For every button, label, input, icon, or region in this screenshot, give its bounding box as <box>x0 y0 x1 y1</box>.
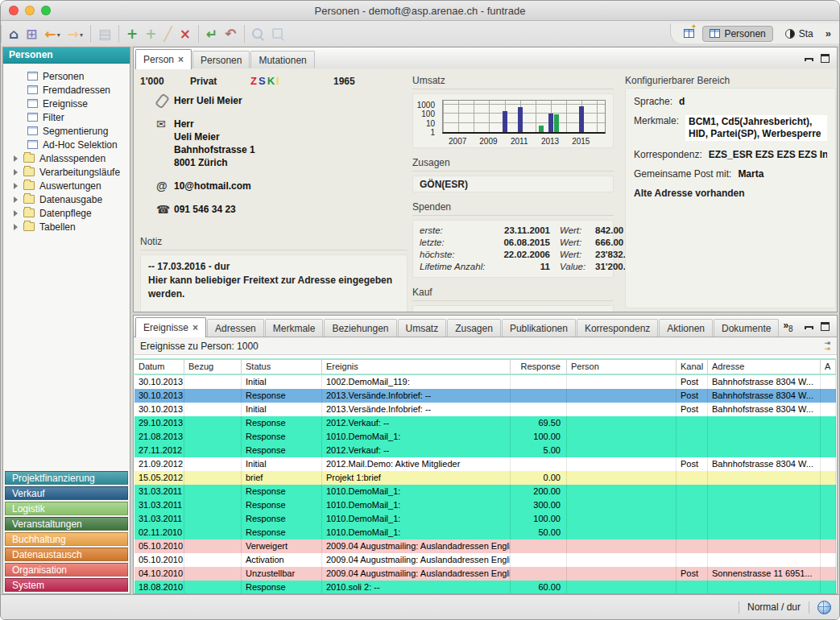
merkmale-value[interactable]: BCM1, Cd5(Jahresbericht), HID, Partei(SP… <box>685 115 827 141</box>
table-row[interactable]: 30.10.2013 Response 2013.Versände.Infobr… <box>134 389 836 403</box>
tree-item-view[interactable]: Filter <box>3 110 130 124</box>
table-row[interactable]: 31.03.2011 Response 1010.DemoMail_1: 200… <box>134 485 836 498</box>
events-tab[interactable]: Publikationen <box>502 319 576 337</box>
expand-caret-icon[interactable] <box>13 169 19 176</box>
paperclip-icon[interactable] <box>155 93 170 109</box>
maximize-view-icon[interactable] <box>821 54 830 63</box>
perspective-overflow-chevron[interactable]: » <box>826 27 831 39</box>
tab-person[interactable]: Person × <box>135 49 192 69</box>
column-header[interactable]: A <box>821 360 836 374</box>
editor-tab[interactable]: Mutationen <box>250 51 314 68</box>
events-tab[interactable]: Dokumente <box>714 319 779 337</box>
category-bar[interactable]: Projektfinanzierung <box>5 471 128 485</box>
open-perspective-icon[interactable]: ✦ <box>684 29 697 38</box>
perspective-start-button[interactable]: Sta <box>779 27 820 41</box>
minimize-view-icon[interactable] <box>805 58 813 61</box>
paste-icon[interactable]: ▤ <box>98 27 111 41</box>
envelope-icon[interactable]: ✉ <box>156 118 174 169</box>
column-header[interactable]: Ereignis <box>322 360 511 374</box>
tree-item-folder[interactable]: Datenpflege <box>3 206 130 220</box>
home-icon[interactable]: ⌂ <box>9 27 19 41</box>
expand-caret-icon[interactable] <box>13 183 19 189</box>
tab-ereignisse[interactable]: Ereignisse × <box>135 317 206 337</box>
tree-item-folder[interactable]: Auswertungen <box>3 179 130 192</box>
dropdown-caret-icon[interactable]: ▾ <box>80 30 83 41</box>
column-header[interactable]: Response <box>511 360 567 374</box>
table-row[interactable]: 05.10.2010 Activation 2009.04 Augustmail… <box>134 553 836 567</box>
expand-caret-icon[interactable] <box>13 155 19 162</box>
minimize-window-button[interactable] <box>25 6 35 15</box>
dropdown-caret-icon[interactable]: ▾ <box>57 30 60 41</box>
category-bar[interactable]: Verkauf <box>5 486 128 500</box>
events-tab[interactable]: Merkmale <box>265 319 324 337</box>
commit-icon[interactable]: ↵ <box>206 27 217 41</box>
table-row[interactable]: 30.10.2013 Initial 1002.DemoMail_119: Po… <box>134 375 836 389</box>
globe-icon[interactable] <box>817 601 831 614</box>
close-tab-icon[interactable]: × <box>178 56 184 64</box>
person-email[interactable]: 10@hotmail.com <box>174 180 251 192</box>
column-header[interactable]: Datum <box>134 360 184 374</box>
tree-item-folder[interactable]: Anlassspenden <box>3 151 130 165</box>
tree-item-folder[interactable]: Datenausgabe <box>3 192 130 206</box>
expand-caret-icon[interactable] <box>13 196 19 203</box>
table-row[interactable]: 02.11.2010 Response 1010.DemoMail_1: 50.… <box>134 526 836 539</box>
tree-item-view[interactable]: Fremdadressen <box>3 83 130 97</box>
zoom-window-button[interactable] <box>41 6 51 15</box>
column-header[interactable]: Person <box>567 360 677 374</box>
category-bar[interactable]: Buchhaltung <box>5 532 128 546</box>
tree-item-folder[interactable]: Tabellen <box>3 220 130 234</box>
table-row[interactable]: 31.03.2011 Response 1010.DemoMail_1: 100… <box>134 512 836 526</box>
events-tab[interactable]: Aktionen <box>659 319 713 337</box>
minimize-view-icon[interactable] <box>805 326 813 329</box>
column-header[interactable]: Bezug <box>184 360 242 374</box>
search-icon[interactable] <box>252 27 265 40</box>
tab-overflow-indicator[interactable]: » 8 <box>783 322 792 333</box>
tree-item-view[interactable]: Ad-Hoc Selektion <box>3 138 130 151</box>
expand-caret-icon[interactable] <box>13 210 19 217</box>
close-tab-icon[interactable]: × <box>192 324 198 332</box>
search-dialog-icon[interactable] <box>272 27 285 40</box>
category-bar[interactable]: Veranstaltungen <box>5 517 128 531</box>
table-row[interactable]: 31.03.2011 Response 1010.DemoMail_1: 300… <box>134 498 836 512</box>
close-window-button[interactable] <box>9 6 19 15</box>
sitemap-refresh-icon[interactable]: ⊞ <box>26 27 37 41</box>
editor-tab[interactable]: Personen <box>192 51 250 68</box>
tree-item-folder[interactable]: Verarbeitungsläufe <box>3 165 130 179</box>
column-header[interactable]: Adresse <box>708 360 821 374</box>
events-tab[interactable]: Korrespondenz <box>577 319 658 337</box>
jump-to-record-icon[interactable]: ⇥ ⇥ <box>824 341 830 352</box>
table-row[interactable]: 05.10.2010 Verweigert 2009.04 Augustmail… <box>134 539 836 553</box>
category-bar[interactable]: Organisation <box>5 563 128 577</box>
category-bar[interactable]: Datenaustausch <box>5 548 128 561</box>
table-row[interactable]: 29.10.2013 Response 2012.Verkauf: -- 69.… <box>134 416 836 430</box>
notiz-text[interactable]: -- 17.03.2016 - durHier kann beliebiger … <box>140 254 408 312</box>
tree-item-view[interactable]: Segmentierung <box>3 124 130 138</box>
delete-icon[interactable]: × <box>180 27 191 41</box>
back-icon[interactable]: ←▾ <box>44 27 60 41</box>
table-row[interactable]: 21.09.2012 Initial 2012.Mail.Demo: Aktiv… <box>134 457 836 471</box>
events-tab[interactable]: Beziehungen <box>324 319 396 337</box>
table-row[interactable]: 04.10.2010 Unzustellbar 2009.04 Augustma… <box>134 567 836 581</box>
events-tab[interactable]: Zusagen <box>447 319 501 337</box>
category-bar[interactable]: Logistik <box>5 502 128 515</box>
table-row[interactable]: 15.05.2012 brief Projekt 1:brief 0.00 <box>134 471 836 485</box>
edit-icon[interactable]: ╱ <box>164 27 172 41</box>
add-copy-icon[interactable]: + <box>145 27 156 41</box>
table-row[interactable]: 18.08.2010 Response 2010.soli 2: -- 60.0… <box>134 581 836 594</box>
category-bar[interactable]: System <box>5 578 128 592</box>
undo-icon[interactable]: ↶ <box>225 27 236 41</box>
table-row[interactable]: 30.10.2013 Initial 2013.Versände.Infobri… <box>134 403 836 416</box>
table-row[interactable]: 21.08.2013 Response 1010.DemoMail_1: 100… <box>134 430 836 444</box>
expand-caret-icon[interactable] <box>13 224 19 230</box>
table-row[interactable]: 27.11.2012 Response 2012.Verkauf: -- 5.0… <box>134 444 836 457</box>
add-icon[interactable]: + <box>126 27 138 41</box>
tree-item-view[interactable]: Ereignisse <box>3 97 130 110</box>
column-header[interactable]: Status <box>242 360 322 374</box>
events-tab[interactable]: Umsatz <box>398 319 447 337</box>
forward-icon[interactable]: →▾ <box>68 27 83 41</box>
column-header[interactable]: Kanal <box>677 360 708 374</box>
maximize-view-icon[interactable] <box>821 322 830 331</box>
perspective-personen-button[interactable]: Personen <box>702 26 772 42</box>
tree-item-view[interactable]: Personen <box>3 69 130 83</box>
events-tab[interactable]: Adressen <box>207 319 264 337</box>
